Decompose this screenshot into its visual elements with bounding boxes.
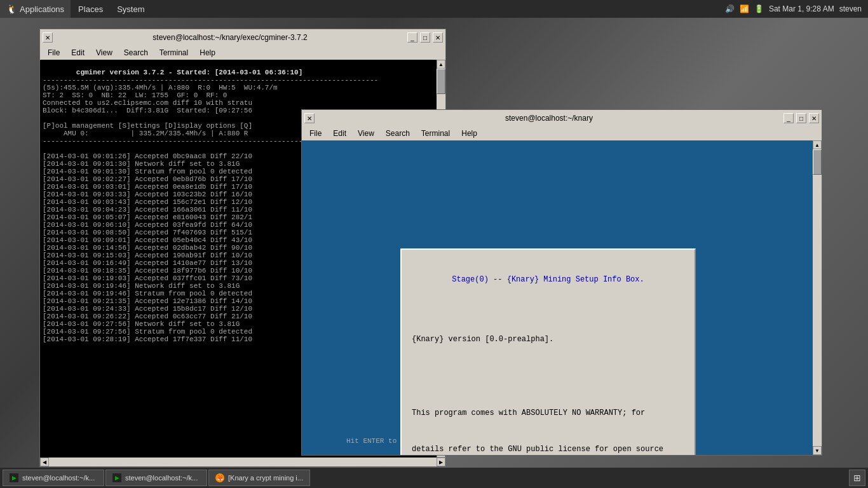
cgminer-line-25: [2014-03-01 09:16:49] Accepted 1410ae77 … xyxy=(43,259,252,267)
cgminer-line-23: [2014-03-01 09:14:56] Accepted 02dbab42 … xyxy=(43,244,252,252)
cgminer-search-menu[interactable]: Search xyxy=(119,47,153,58)
cgminer-line-4: Connected to us2.eclipsemc.com diff 10 w… xyxy=(43,99,252,107)
cgminer-line-26: [2014-03-01 09:18:35] Accepted 18f977b6 … xyxy=(43,267,252,274)
taskbar-item-0[interactable]: ▶ steven@localhost:~/k... xyxy=(3,470,104,486)
cgminer-line-13: [2014-03-01 09:01:30] Stratum from pool … xyxy=(43,168,252,175)
info-line-0: {Knary} version [0.0-prealpha]. xyxy=(412,334,684,346)
knary-titlebar: ✕ steven@localhost:~/knary _ □ ✕ xyxy=(302,110,822,126)
cgminer-minimize-btn[interactable]: _ xyxy=(407,32,417,43)
system-menu[interactable]: System xyxy=(111,0,151,18)
cgminer-line-21: [2014-03-01 09:08:50] Accepted 7f407693 … xyxy=(43,229,252,236)
cgminer-edit-menu[interactable]: Edit xyxy=(66,47,90,58)
info-line-2: This program comes with ABSOLUTELY NO WA… xyxy=(412,407,684,419)
info-line-3: details refer to the GNU public license … xyxy=(412,444,684,455)
info-box-title: Stage(0) -- {Knary} Mining Setup Info Bo… xyxy=(412,275,684,284)
terminal-icon-0: ▶ xyxy=(10,473,18,482)
info-box-dialog: Stage(0) -- {Knary} Mining Setup Info Bo… xyxy=(400,248,696,455)
cgminer-line-34: [2014-03-01 09:27:56] Stratum from pool … xyxy=(43,328,252,336)
knary-terminal-content[interactable]: Stage(0) -- {Knary} Mining Setup Info Bo… xyxy=(302,140,813,455)
cgminer-line-27: [2014-03-01 09:19:03] Accepted 037ffc01 … xyxy=(43,274,252,282)
desktop: 🐧 Applications Places System 🔊 📶 🔋 Sat M… xyxy=(0,0,868,488)
cgminer-line-2: (5s):455.5M (avg):335.4Mh/s | A:880 R:0 … xyxy=(43,84,278,92)
taskbar-item-2[interactable]: 🦊 [Knary a crypt mining i... xyxy=(208,470,310,486)
knary-close-btn2[interactable]: ✕ xyxy=(809,113,819,123)
cgminer-view-menu[interactable]: View xyxy=(91,47,118,58)
battery-icon: 🔋 xyxy=(754,4,764,13)
cgminer-line-0: cgminer version 3.7.2 - Started: [2014-0… xyxy=(76,69,302,76)
cgminer-line-3: ST: 2 SS: 0 NB: 22 LW: 1755 GF: 0 RF: 0 xyxy=(43,92,227,99)
knary-title: steven@localhost:~/knary xyxy=(317,114,781,123)
info-box-content: {Knary} version [0.0-prealpha]. This pro… xyxy=(412,309,684,455)
knary-close-btn[interactable]: ✕ xyxy=(304,113,315,123)
cgminer-close-btn[interactable]: ✕ xyxy=(43,32,53,43)
taskbar: ▶ steven@localhost:~/k... ▶ steven@local… xyxy=(0,468,868,488)
knary-search-menu[interactable]: Search xyxy=(381,128,415,139)
top-panel: 🐧 Applications Places System 🔊 📶 🔋 Sat M… xyxy=(0,0,868,18)
knary-help-menu[interactable]: Help xyxy=(456,128,482,139)
cgminer-line-7: [P]ool management [S]ettings [D]isplay o… xyxy=(43,122,252,130)
cgminer-close-btn2[interactable]: ✕ xyxy=(433,32,443,43)
top-panel-left: 🐧 Applications Places System xyxy=(0,0,151,18)
knary-scroll-thumb[interactable] xyxy=(813,149,822,175)
knary-minimize-btn[interactable]: _ xyxy=(783,113,794,123)
cgminer-scroll-thumb[interactable] xyxy=(437,69,445,94)
cgminer-terminal-menu[interactable]: Terminal xyxy=(154,47,193,58)
knary-scroll-up[interactable]: ▲ xyxy=(813,140,822,149)
knary-menubar: File Edit View Search Terminal Help xyxy=(302,126,822,140)
cgminer-hscroll-right[interactable]: ▶ xyxy=(437,458,445,466)
taskbar-right: ⊞ xyxy=(849,470,865,486)
cgminer-line-33: [2014-03-01 09:27:56] Network diff set t… xyxy=(43,320,240,328)
cgminer-line-20: [2014-03-01 09:06:10] Accepted 03fea9fd … xyxy=(43,221,252,229)
cgminer-title: steven@localhost:~/knary/exec/cgminer-3.… xyxy=(55,33,405,42)
network-icon: 📶 xyxy=(740,4,749,13)
cgminer-line-12: [2014-03-01 09:01:30] Network diff set t… xyxy=(43,160,240,168)
cgminer-line-35: [2014-03-01 09:28:19] Accepted 17f7e337 … xyxy=(43,336,252,343)
cgminer-help-menu[interactable]: Help xyxy=(194,47,220,58)
knary-terminal-menu[interactable]: Terminal xyxy=(416,128,455,139)
cgminer-titlebar: ✕ steven@localhost:~/knary/exec/cgminer-… xyxy=(40,29,445,46)
firefox-icon: 🦊 xyxy=(215,473,224,482)
places-menu[interactable]: Places xyxy=(72,0,109,18)
datetime: Sat Mar 1, 9:28 AM xyxy=(769,4,834,13)
cgminer-maximize-btn[interactable]: □ xyxy=(420,32,430,43)
cgminer-line-30: [2014-03-01 09:21:35] Accepted 12e71386 … xyxy=(43,297,252,305)
cgminer-line-28: [2014-03-01 09:19:46] Network diff set t… xyxy=(43,282,240,290)
knary-scroll-down[interactable]: ▼ xyxy=(813,446,822,455)
cgminer-line-1: ----------------------------------------… xyxy=(43,76,378,84)
top-panel-right: 🔊 📶 🔋 Sat Mar 1, 9:28 AM steven xyxy=(725,4,868,13)
cgminer-line-18: [2014-03-01 09:04:23] Accepted 166a3061 … xyxy=(43,206,252,214)
cgminer-line-8: AMU 0: | 335.2M/335.4Mh/s | A:880 R xyxy=(43,130,248,137)
cgminer-line-16: [2014-03-01 09:03:33] Accepted 103c23b2 … xyxy=(43,191,252,198)
cgminer-hscroll[interactable]: ◀ ▶ xyxy=(40,458,445,466)
cgminer-line-5: Block: b4c306d1... Diff:3.81G Started: [… xyxy=(43,107,252,114)
knary-maximize-btn[interactable]: □ xyxy=(796,113,806,123)
show-desktop-btn[interactable]: ⊞ xyxy=(849,470,865,486)
applications-menu[interactable]: 🐧 Applications xyxy=(0,0,71,18)
taskbar-label-0: steven@localhost:~/k... xyxy=(22,474,95,482)
info-line-1 xyxy=(412,370,684,383)
cgminer-line-15: [2014-03-01 09:03:01] Accepted 0ea8e1db … xyxy=(43,183,252,191)
taskbar-label-2: [Knary a crypt mining i... xyxy=(228,474,303,482)
knary-file-menu[interactable]: File xyxy=(304,128,327,139)
username: steven xyxy=(839,4,862,13)
volume-icon: 🔊 xyxy=(725,4,735,13)
terminal-icon-1: ▶ xyxy=(112,473,121,482)
cgminer-line-31: [2014-03-01 09:24:33] Accepted 15b8dc17 … xyxy=(43,305,252,313)
cgminer-line-14: [2014-03-01 09:02:27] Accepted 0eb8d76b … xyxy=(43,175,252,183)
cgminer-line-32: [2014-03-01 09:26:22] Accepted 0c63cc77 … xyxy=(43,313,252,320)
taskbar-label-1: steven@localhost:~/k... xyxy=(125,474,198,482)
cgminer-file-menu[interactable]: File xyxy=(43,47,65,58)
cgminer-line-22: [2014-03-01 09:09:01] Accepted 05eb40c4 … xyxy=(43,236,252,244)
cgminer-line-29: [2014-03-01 09:19:46] Stratum from pool … xyxy=(43,290,252,297)
knary-content-area: Stage(0) -- {Knary} Mining Setup Info Bo… xyxy=(302,140,822,455)
taskbar-item-1[interactable]: ▶ steven@localhost:~/k... xyxy=(105,470,207,486)
cgminer-line-11: [2014-03-01 09:01:26] Accepted 0bc9aac8 … xyxy=(43,152,252,160)
cgminer-line-17: [2014-03-01 09:03:43] Accepted 156c72e1 … xyxy=(43,198,252,206)
knary-window: ✕ steven@localhost:~/knary _ □ ✕ File Ed… xyxy=(301,109,822,456)
cgminer-scroll-up[interactable]: ▲ xyxy=(437,60,445,69)
knary-edit-menu[interactable]: Edit xyxy=(328,128,351,139)
knary-view-menu[interactable]: View xyxy=(353,128,379,139)
knary-scrollbar[interactable]: ▲ ▼ xyxy=(813,140,822,455)
cgminer-line-24: [2014-03-01 09:15:03] Accepted 190ab91f … xyxy=(43,252,252,259)
cgminer-hscroll-left[interactable]: ◀ xyxy=(40,458,49,466)
